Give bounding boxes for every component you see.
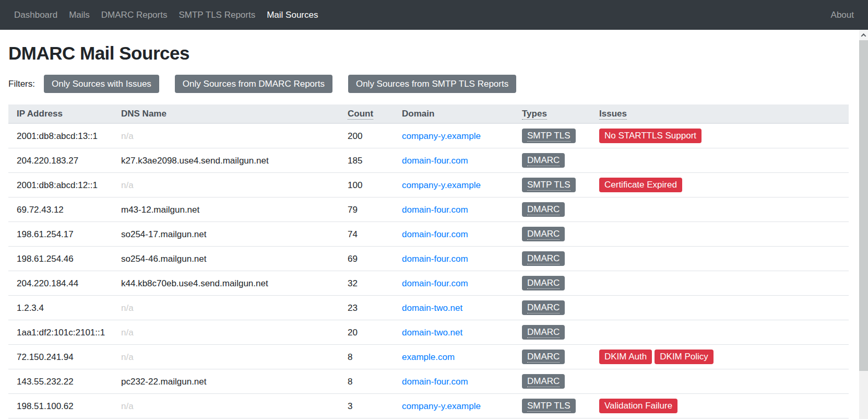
column-header-ip-address: IP Address [8,104,113,123]
page-title: DMARC Mail Sources [8,42,860,64]
cell-issues [591,222,849,247]
filter-buttons: Only Sources with IssuesOnly Sources fro… [44,75,532,93]
filter-button-only-sources-from-smtp-tls-reports[interactable]: Only Sources from SMTP TLS Reports [348,75,516,93]
nav-item-mail-sources[interactable]: Mail Sources [261,6,324,25]
type-badge-dmarc: DMARC [522,153,565,168]
cell-types: SMTP TLS [514,123,591,148]
cell-count: 200 [339,123,394,148]
cell-issues: DKIM AuthDKIM Policy [591,345,849,369]
cell-count: 74 [339,222,394,247]
scrollbar-thumb[interactable] [859,40,868,371]
table-row: 143.55.232.22pc232-22.mailgun.net8domain… [8,369,849,394]
domain-link[interactable]: domain-four.com [402,229,468,239]
cell-domain: domain-four.com [394,247,514,271]
type-badge-label: DMARC [527,327,560,338]
type-badge-dmarc: DMARC [522,251,565,266]
domain-link[interactable]: example.com [402,352,455,362]
cell-count: 8 [339,369,394,394]
nav-item-mails[interactable]: Mails [63,6,96,25]
column-header-label: Issues [599,109,627,120]
cell-dns-name: n/a [113,320,339,345]
top-navbar: DashboardMailsDMARC ReportsSMTP TLS Repo… [0,0,868,30]
domain-link[interactable]: domain-four.com [402,156,468,166]
cell-types: DMARC [514,247,591,271]
nav-item-about[interactable]: About [825,6,860,24]
cell-domain: domain-four.com [394,197,514,222]
domain-link[interactable]: domain-four.com [402,254,468,264]
cell-issues [591,320,849,345]
nav-item-smtp-tls-reports[interactable]: SMTP TLS Reports [173,6,261,25]
type-badge-label: DMARC [527,302,560,313]
cell-types: DMARC [514,320,591,345]
cell-count: 3 [339,394,394,418]
cell-dns-name: m43-12.mailgun.net [113,197,339,222]
scrollbar-up-button[interactable] [859,30,868,40]
domain-link[interactable]: company-y.example [402,131,481,141]
cell-types: DMARC [514,369,591,394]
cell-types: DMARC [514,148,591,173]
domain-link[interactable]: domain-four.com [402,278,468,288]
dns-na-value: n/a [121,131,134,141]
cell-dns-name: so254-17.mailgun.net [113,222,339,247]
nav-item-dashboard[interactable]: Dashboard [8,6,63,25]
cell-domain: company-y.example [394,123,514,148]
dns-na-value: n/a [121,303,134,313]
filters-label: Filters: [8,79,35,89]
type-badge-dmarc: DMARC [522,300,565,315]
mail-sources-table: IP AddressDNS NameCountDomainTypesIssues… [8,104,849,419]
domain-link[interactable]: domain-two.net [402,328,462,337]
cell-issues: Certificate Expired [591,173,849,197]
column-header-dns-name: DNS Name [113,104,339,123]
table-row: 72.150.241.94n/a8example.comDMARCDKIM Au… [8,345,849,369]
table-row: 198.61.254.17so254-17.mailgun.net74domai… [8,222,849,247]
domain-link[interactable]: domain-two.net [402,303,462,313]
domain-link[interactable]: domain-four.com [402,377,468,387]
domain-link[interactable]: company-y.example [402,180,481,190]
domain-link[interactable]: company-y.example [402,401,481,411]
cell-ip-address: 72.150.241.94 [8,345,113,369]
issue-badge-dkim-policy: DKIM Policy [655,350,714,364]
cell-types: DMARC [514,345,591,369]
column-header-domain: Domain [394,104,514,123]
type-badge-dmarc: DMARC [522,227,565,241]
table-row: 2001:db8:abcd:13::1n/a200company-y.examp… [8,123,849,148]
type-badge-smtp-tls: SMTP TLS [522,178,576,192]
cell-dns-name: n/a [113,296,339,320]
issue-badge-dkim-auth: DKIM Auth [599,350,652,364]
cell-domain: domain-four.com [394,271,514,296]
cell-ip-address: 2001:db8:abcd:12::1 [8,173,113,197]
type-badge-label: SMTP TLS [527,180,570,191]
cell-dns-name: k27.k3ae2098.use4.send.mailgun.net [113,148,339,173]
cell-count: 69 [339,247,394,271]
cell-count: 23 [339,296,394,320]
table-row: 69.72.43.12m43-12.mailgun.net79domain-fo… [8,197,849,222]
table-header: IP AddressDNS NameCountDomainTypesIssues [8,104,849,123]
vertical-scrollbar[interactable] [859,30,868,419]
domain-link[interactable]: domain-four.com [402,205,468,215]
cell-domain: domain-four.com [394,369,514,394]
filter-button-only-sources-with-issues[interactable]: Only Sources with Issues [44,75,159,93]
type-badge-label: DMARC [527,278,560,289]
table-row: 204.220.183.27k27.k3ae2098.use4.send.mai… [8,148,849,173]
table-row: 198.51.100.62n/a3company-y.exampleSMTP T… [8,394,849,418]
cell-domain: domain-four.com [394,222,514,247]
table-row: 1.2.3.4n/a23domain-two.netDMARC [8,296,849,320]
issue-badge-no-starttls-support: No STARTTLS Support [599,129,701,143]
cell-issues [591,369,849,394]
type-badge-label: DMARC [527,204,560,215]
cell-ip-address: 143.55.232.22 [8,369,113,394]
dns-na-value: n/a [121,180,134,190]
filter-button-only-sources-from-dmarc-reports[interactable]: Only Sources from DMARC Reports [175,75,332,93]
nav-item-dmarc-reports[interactable]: DMARC Reports [96,6,173,25]
table-row: 2001:db8:abcd:12::1n/a100company-y.examp… [8,173,849,197]
cell-domain: example.com [394,345,514,369]
cell-ip-address: 198.61.254.17 [8,222,113,247]
dns-na-value: n/a [121,401,134,411]
column-header-label: Count [348,109,373,120]
cell-dns-name: n/a [113,123,339,148]
cell-types: DMARC [514,222,591,247]
column-header-issues: Issues [591,104,849,123]
cell-count: 32 [339,271,394,296]
cell-count: 100 [339,173,394,197]
cell-ip-address: 198.51.100.62 [8,394,113,418]
